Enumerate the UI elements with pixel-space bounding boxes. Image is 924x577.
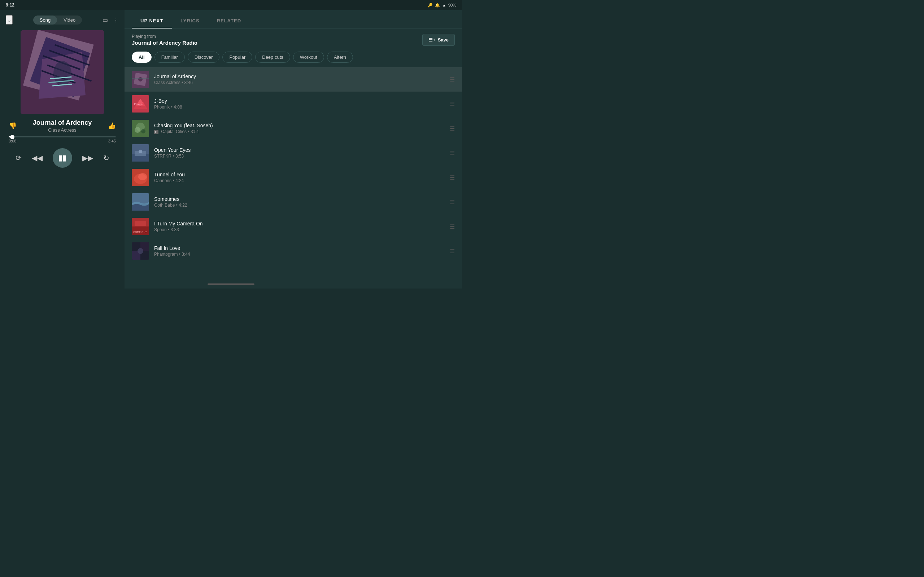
track-thumbnail: [132, 144, 149, 161]
song-toggle-button[interactable]: Song: [33, 16, 57, 24]
track-subtitle: Phantogram • 3:44: [154, 252, 446, 257]
svg-point-26: [139, 150, 142, 153]
tab-up-next[interactable]: UP NEXT: [132, 10, 172, 29]
tab-related[interactable]: RELATED: [208, 10, 250, 29]
svg-text:Phoenix: Phoenix: [134, 103, 144, 106]
filter-discover[interactable]: Discover: [188, 52, 220, 63]
song-info-row: 👎 Journal of Ardency Class Actress 👍: [0, 119, 124, 133]
filter-all[interactable]: All: [132, 52, 152, 63]
list-item[interactable]: Sometimes Goth Babe • 4:22 ☰: [124, 190, 462, 214]
track-separator: •: [173, 178, 175, 183]
track-title: Fall In Love: [154, 245, 446, 251]
track-subtitle: Cannons • 4:24: [154, 178, 446, 183]
track-title: Journal of Ardency: [154, 74, 446, 79]
top-controls: ⌄ Song Video ▭ ⋮: [0, 13, 124, 27]
tab-lyrics[interactable]: LYRICS: [172, 10, 208, 29]
filter-workout[interactable]: Workout: [293, 52, 324, 63]
track-info: Chasing You (feat. Soseh) E Capital Citi…: [154, 122, 446, 134]
next-button[interactable]: ▶▶: [82, 154, 93, 162]
list-item[interactable]: Chasing You (feat. Soseh) E Capital Citi…: [124, 116, 462, 141]
status-icons: 🔑 🔔 ▲ 90%: [428, 3, 456, 8]
pause-button[interactable]: ▮▮: [53, 148, 72, 168]
drag-handle[interactable]: ☰: [450, 174, 455, 181]
track-title: Open Your Eyes: [154, 147, 446, 153]
svg-point-29: [138, 173, 147, 180]
track-info: Tunnel of You Cannons • 4:24: [154, 172, 446, 183]
save-icon: ☰+: [428, 37, 436, 43]
shuffle-button[interactable]: ⟳: [16, 154, 22, 162]
list-item[interactable]: Phoenix J-Boy Phoenix • 4:08 ☰: [124, 92, 462, 116]
track-duration: 3:44: [181, 252, 190, 257]
dislike-button[interactable]: 👎: [9, 122, 16, 130]
drag-handle[interactable]: ☰: [450, 125, 455, 132]
list-item[interactable]: Tunnel of You Cannons • 4:24 ☰: [124, 165, 462, 190]
track-duration: 3:33: [171, 227, 179, 232]
current-time: 0:08: [9, 139, 16, 143]
drag-handle[interactable]: ☰: [450, 150, 455, 156]
explicit-badge: E: [154, 130, 158, 134]
track-artist: Phantogram: [154, 252, 178, 257]
drag-handle[interactable]: ☰: [450, 101, 455, 108]
filter-familiar[interactable]: Familiar: [155, 52, 185, 63]
video-toggle-button[interactable]: Video: [57, 16, 82, 24]
filter-deep-cuts[interactable]: Deep cuts: [255, 52, 290, 63]
track-subtitle: Class Actress • 3:46: [154, 80, 446, 85]
song-title: Journal of Ardency: [16, 119, 108, 127]
drag-handle[interactable]: ☰: [450, 223, 455, 230]
track-title: I Turn My Camera On: [154, 221, 446, 226]
track-subtitle: Goth Babe • 4:22: [154, 203, 446, 208]
svg-rect-34: [135, 221, 146, 226]
top-right-icons: ▭ ⋮: [102, 16, 119, 23]
svg-rect-16: [132, 78, 149, 79]
track-info: I Turn My Camera On Spoon • 3:33: [154, 221, 446, 232]
left-panel: ⌄ Song Video ▭ ⋮ 👎: [0, 10, 124, 288]
filter-altern[interactable]: Altern: [327, 52, 353, 63]
drag-handle[interactable]: ☰: [450, 199, 455, 206]
repeat-button[interactable]: ↻: [103, 154, 109, 162]
track-thumbnail: COME OUT: [132, 218, 149, 235]
track-duration: 4:08: [174, 105, 182, 110]
cast-button[interactable]: ▭: [102, 16, 108, 23]
collapse-button[interactable]: ⌄: [6, 15, 13, 24]
track-info: Fall In Love Phantogram • 3:44: [154, 245, 446, 257]
svg-text:COME OUT: COME OUT: [133, 231, 147, 233]
track-thumbnail: [132, 71, 149, 88]
track-duration: 3:46: [184, 80, 193, 85]
track-subtitle: Phoenix • 4:08: [154, 105, 446, 110]
track-duration: 4:24: [175, 178, 184, 183]
track-thumbnail: [132, 242, 149, 259]
like-button[interactable]: 👍: [108, 122, 116, 130]
list-item[interactable]: Journal of Ardency Class Actress • 3:46 …: [124, 67, 462, 92]
track-separator: •: [173, 154, 175, 159]
filter-row: All Familiar Discover Popular Deep cuts …: [124, 49, 462, 67]
track-info: J-Boy Phoenix • 4:08: [154, 98, 446, 110]
tabs-row: UP NEXT LYRICS RELATED: [124, 10, 462, 29]
track-separator: •: [188, 129, 191, 134]
playing-from-row: Playing from Journal of Ardency Radio ☰+…: [124, 29, 462, 49]
track-artist: Capital Cities: [161, 129, 187, 134]
time-labels: 0:08 3:45: [9, 139, 116, 143]
track-artist: Goth Babe: [154, 203, 175, 208]
track-artist: Spoon: [154, 227, 167, 232]
playing-from-info: Playing from Journal of Ardency Radio: [132, 34, 197, 46]
more-options-button[interactable]: ⋮: [113, 16, 119, 23]
save-button[interactable]: ☰+ Save: [422, 34, 455, 46]
track-subtitle: E Capital Cities • 3:51: [154, 129, 446, 134]
previous-button[interactable]: ◀◀: [32, 154, 43, 162]
drag-handle[interactable]: ☰: [450, 248, 455, 255]
track-info: Journal of Ardency Class Actress • 3:46: [154, 74, 446, 85]
track-duration: 4:22: [179, 203, 187, 208]
track-title: Chasing You (feat. Soseh): [154, 122, 446, 128]
progress-bar[interactable]: [9, 136, 116, 137]
list-item[interactable]: Fall In Love Phantogram • 3:44 ☰: [124, 239, 462, 263]
home-indicator: [208, 284, 254, 285]
list-item[interactable]: COME OUT I Turn My Camera On Spoon • 3:3…: [124, 214, 462, 239]
track-thumbnail: [132, 120, 149, 137]
track-thumbnail: Phoenix: [132, 95, 149, 113]
track-artist: Phoenix: [154, 105, 170, 110]
list-item[interactable]: Open Your Eyes STRFKR • 3:53 ☰: [124, 141, 462, 165]
track-artist: Cannons: [154, 178, 171, 183]
drag-handle[interactable]: ☰: [450, 76, 455, 83]
filter-popular[interactable]: Popular: [222, 52, 252, 63]
track-artist: STRFKR: [154, 154, 171, 159]
